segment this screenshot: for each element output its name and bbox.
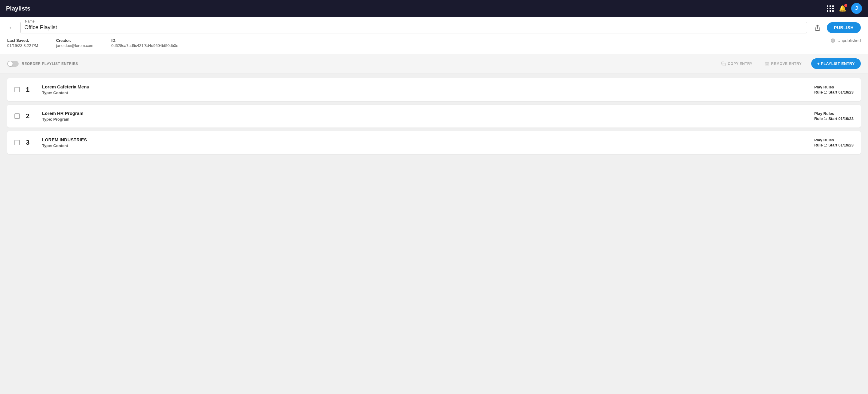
entry-title-2: Lorem HR Program — [42, 111, 814, 116]
entry-info-2: Lorem HR Program Type: Program — [42, 111, 814, 121]
name-label: Name — [24, 19, 36, 24]
last-saved-value: 01/19/23 3:22 PM — [7, 43, 38, 48]
meta-creator: Creator: jane.doe@lorem.com — [56, 38, 93, 48]
notification-badge — [844, 4, 847, 7]
table-row: 1 Lorem Cafeteria Menu Type: Content Pla… — [7, 78, 861, 101]
meta-id: ID: 0d628ca7ad5c421f8d4d9604bf50db0e — [111, 38, 178, 48]
entry-type-1: Type: Content — [42, 90, 814, 95]
entry-toolbar: REORDER PLAYLIST ENTRIES COPY ENTRY REMO… — [0, 54, 868, 74]
reorder-toggle[interactable] — [7, 61, 19, 67]
entry-number-2: 2 — [26, 112, 35, 120]
creator-label: Creator: — [56, 38, 93, 43]
publish-button[interactable]: PUBLISH — [827, 22, 861, 33]
toolbar-actions: PUBLISH — [812, 22, 861, 33]
rules-title-2: Play Rules — [814, 111, 854, 116]
entry-number-1: 1 — [26, 86, 35, 93]
entry-info-3: LOREM INDUSTRIES Type: Content — [42, 137, 814, 148]
copy-icon — [721, 61, 726, 66]
share-icon — [814, 24, 821, 31]
grid-icon[interactable] — [827, 5, 834, 12]
entries-list: 1 Lorem Cafeteria Menu Type: Content Pla… — [0, 74, 868, 159]
app-header: Playlists 🔔 J — [0, 0, 868, 17]
name-input[interactable] — [24, 24, 803, 31]
toggle-thumb — [8, 61, 12, 66]
trash-icon — [765, 61, 769, 66]
entry-rules-3: Play Rules Rule 1: Start 01/19/23 — [814, 138, 854, 147]
id-value: 0d628ca7ad5c421f8d4d9604bf50db0e — [111, 43, 178, 48]
entry-rules-2: Play Rules Rule 1: Start 01/19/23 — [814, 111, 854, 121]
creator-value: jane.doe@lorem.com — [56, 43, 93, 48]
entry-checkbox-2[interactable] — [14, 113, 20, 119]
notifications-bell[interactable]: 🔔 — [839, 5, 846, 12]
svg-rect-1 — [723, 63, 725, 66]
entry-actions: COPY ENTRY REMOVE ENTRY + PLAYLIST ENTRY — [719, 58, 861, 69]
reorder-label: REORDER PLAYLIST ENTRIES — [22, 62, 78, 66]
entry-title-1: Lorem Cafeteria Menu — [42, 84, 814, 89]
header-actions: 🔔 J — [827, 3, 862, 14]
name-field-wrapper: Name — [21, 22, 807, 33]
entry-title-3: LOREM INDUSTRIES — [42, 137, 814, 142]
status-section: Unpublished — [831, 38, 861, 43]
share-button[interactable] — [812, 23, 823, 32]
entry-info-1: Lorem Cafeteria Menu Type: Content — [42, 84, 814, 95]
last-saved-label: Last Saved: — [7, 38, 38, 43]
rule-detail-1: Rule 1: Start 01/19/23 — [814, 90, 854, 94]
entry-type-2: Type: Program — [42, 117, 814, 121]
rules-title-1: Play Rules — [814, 85, 854, 89]
toolbar-top: ← Name PUBLISH — [7, 22, 861, 33]
toolbar-area: ← Name PUBLISH Last Saved: 01/19/23 3:22… — [0, 17, 868, 54]
entry-type-3: Type: Content — [42, 143, 814, 148]
app-title: Playlists — [6, 5, 30, 12]
reorder-toggle-wrapper: REORDER PLAYLIST ENTRIES — [7, 61, 78, 67]
copy-entry-button[interactable]: COPY ENTRY — [719, 60, 755, 67]
remove-entry-button[interactable]: REMOVE ENTRY — [762, 60, 804, 67]
meta-row: Last Saved: 01/19/23 3:22 PM Creator: ja… — [7, 38, 861, 48]
add-entry-button[interactable]: + PLAYLIST ENTRY — [811, 58, 861, 69]
meta-last-saved: Last Saved: 01/19/23 3:22 PM — [7, 38, 38, 48]
table-row: 2 Lorem HR Program Type: Program Play Ru… — [7, 105, 861, 128]
avatar[interactable]: J — [851, 3, 862, 14]
entry-checkbox-1[interactable] — [14, 87, 20, 92]
rules-title-3: Play Rules — [814, 138, 854, 142]
entry-checkbox-3[interactable] — [14, 140, 20, 145]
rule-detail-2: Rule 1: Start 01/19/23 — [814, 116, 854, 121]
status-text: Unpublished — [837, 38, 861, 43]
table-row: 3 LOREM INDUSTRIES Type: Content Play Ru… — [7, 131, 861, 154]
rule-detail-3: Rule 1: Start 01/19/23 — [814, 143, 854, 147]
entry-number-3: 3 — [26, 139, 35, 146]
back-button[interactable]: ← — [7, 23, 16, 32]
status-dot — [831, 38, 835, 43]
entry-rules-1: Play Rules Rule 1: Start 01/19/23 — [814, 85, 854, 94]
id-label: ID: — [111, 38, 178, 43]
